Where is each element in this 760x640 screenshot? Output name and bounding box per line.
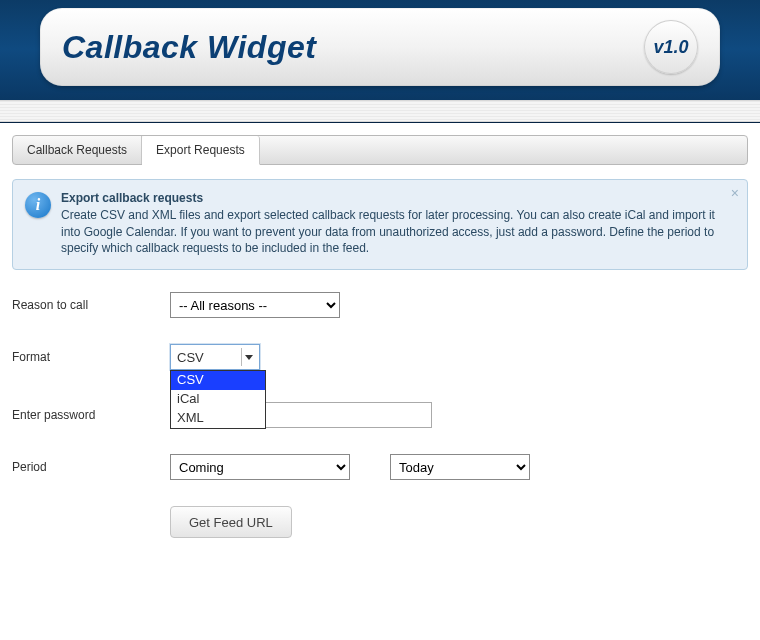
export-form: Reason to call -- All reasons -- Format … <box>12 292 748 538</box>
content-area: Callback Requests Export Requests i Expo… <box>0 123 760 576</box>
tab-callback-requests[interactable]: Callback Requests <box>13 136 142 164</box>
app-title: Callback Widget <box>62 29 316 66</box>
reason-select[interactable]: -- All reasons -- <box>170 292 340 318</box>
tab-bar: Callback Requests Export Requests <box>12 135 748 165</box>
label-period: Period <box>12 454 170 474</box>
info-body: Create CSV and XML files and export sele… <box>61 207 719 257</box>
get-feed-url-button[interactable]: Get Feed URL <box>170 506 292 538</box>
header-pill: Callback Widget v1.0 <box>40 8 720 86</box>
row-period: Period Coming Today <box>12 454 748 480</box>
header-separator <box>0 100 760 122</box>
format-dropdown-list: CSV iCal XML <box>170 370 266 429</box>
format-option-xml[interactable]: XML <box>171 409 265 428</box>
close-icon[interactable]: × <box>731 186 739 200</box>
info-text: Export callback requests Create CSV and … <box>61 190 719 257</box>
format-select-value: CSV <box>177 350 204 365</box>
row-reason: Reason to call -- All reasons -- <box>12 292 748 318</box>
app-header: Callback Widget v1.0 <box>0 0 760 123</box>
info-title: Export callback requests <box>61 190 719 207</box>
period-range-select[interactable]: Today <box>390 454 530 480</box>
row-submit: Get Feed URL <box>12 506 748 538</box>
label-password: Enter password <box>12 402 170 422</box>
label-reason: Reason to call <box>12 292 170 312</box>
row-password: Enter password <box>12 402 748 428</box>
tab-export-requests[interactable]: Export Requests <box>142 136 260 165</box>
label-format: Format <box>12 344 170 364</box>
info-icon: i <box>25 192 51 218</box>
info-panel: i Export callback requests Create CSV an… <box>12 179 748 270</box>
format-select-button[interactable]: CSV <box>170 344 260 370</box>
period-direction-select[interactable]: Coming <box>170 454 350 480</box>
chevron-down-icon <box>241 348 255 366</box>
format-option-ical[interactable]: iCal <box>171 390 265 409</box>
format-option-csv[interactable]: CSV <box>171 371 265 390</box>
format-select[interactable]: CSV CSV iCal XML <box>170 344 260 370</box>
version-badge: v1.0 <box>644 20 698 74</box>
row-format: Format CSV CSV iCal XML <box>12 344 748 370</box>
